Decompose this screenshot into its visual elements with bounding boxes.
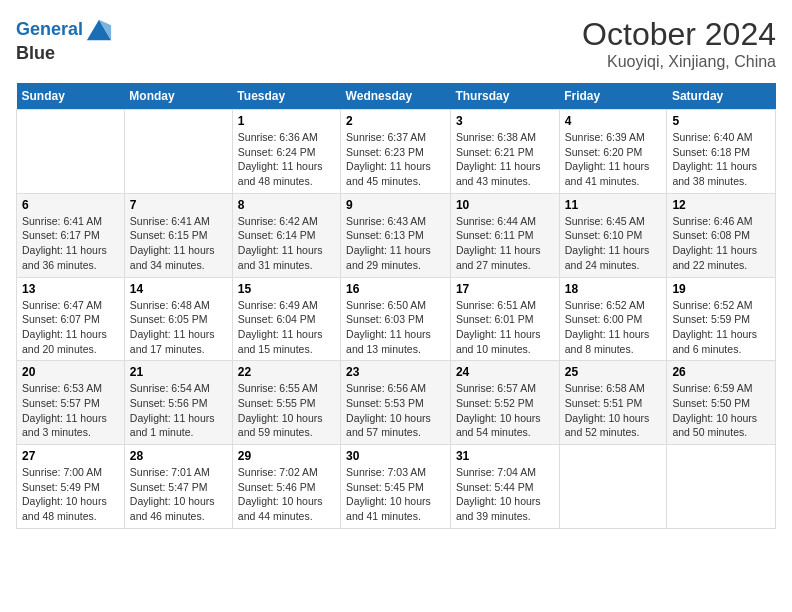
calendar-subtitle: Kuoyiqi, Xinjiang, China (582, 53, 776, 71)
day-number: 27 (22, 449, 119, 463)
calendar-day-cell (17, 110, 125, 194)
calendar-day-cell (559, 445, 667, 529)
header-thursday: Thursday (450, 83, 559, 110)
day-number: 16 (346, 282, 445, 296)
day-info: Sunrise: 6:39 AMSunset: 6:20 PMDaylight:… (565, 131, 650, 187)
logo-icon (85, 16, 113, 44)
day-info: Sunrise: 6:50 AMSunset: 6:03 PMDaylight:… (346, 299, 431, 355)
calendar-day-cell: 1 Sunrise: 6:36 AMSunset: 6:24 PMDayligh… (232, 110, 340, 194)
calendar-day-cell: 18 Sunrise: 6:52 AMSunset: 6:00 PMDaylig… (559, 277, 667, 361)
calendar-week-row: 13 Sunrise: 6:47 AMSunset: 6:07 PMDaylig… (17, 277, 776, 361)
day-info: Sunrise: 7:01 AMSunset: 5:47 PMDaylight:… (130, 466, 215, 522)
calendar-title: October 2024 (582, 16, 776, 53)
calendar-day-cell: 27 Sunrise: 7:00 AMSunset: 5:49 PMDaylig… (17, 445, 125, 529)
calendar-day-cell: 17 Sunrise: 6:51 AMSunset: 6:01 PMDaylig… (450, 277, 559, 361)
calendar-day-cell: 8 Sunrise: 6:42 AMSunset: 6:14 PMDayligh… (232, 193, 340, 277)
calendar-day-cell: 11 Sunrise: 6:45 AMSunset: 6:10 PMDaylig… (559, 193, 667, 277)
day-number: 1 (238, 114, 335, 128)
calendar-day-cell: 30 Sunrise: 7:03 AMSunset: 5:45 PMDaylig… (341, 445, 451, 529)
day-info: Sunrise: 6:57 AMSunset: 5:52 PMDaylight:… (456, 382, 541, 438)
day-number: 29 (238, 449, 335, 463)
calendar-day-cell: 12 Sunrise: 6:46 AMSunset: 6:08 PMDaylig… (667, 193, 776, 277)
day-number: 14 (130, 282, 227, 296)
day-info: Sunrise: 6:49 AMSunset: 6:04 PMDaylight:… (238, 299, 323, 355)
calendar-day-cell: 4 Sunrise: 6:39 AMSunset: 6:20 PMDayligh… (559, 110, 667, 194)
day-info: Sunrise: 6:52 AMSunset: 5:59 PMDaylight:… (672, 299, 757, 355)
day-info: Sunrise: 6:41 AMSunset: 6:15 PMDaylight:… (130, 215, 215, 271)
calendar-day-cell: 15 Sunrise: 6:49 AMSunset: 6:04 PMDaylig… (232, 277, 340, 361)
calendar-day-cell: 3 Sunrise: 6:38 AMSunset: 6:21 PMDayligh… (450, 110, 559, 194)
logo-text: General Blue (16, 16, 113, 64)
day-info: Sunrise: 6:43 AMSunset: 6:13 PMDaylight:… (346, 215, 431, 271)
day-info: Sunrise: 6:38 AMSunset: 6:21 PMDaylight:… (456, 131, 541, 187)
day-number: 8 (238, 198, 335, 212)
calendar-day-cell: 10 Sunrise: 6:44 AMSunset: 6:11 PMDaylig… (450, 193, 559, 277)
day-info: Sunrise: 6:46 AMSunset: 6:08 PMDaylight:… (672, 215, 757, 271)
day-number: 19 (672, 282, 770, 296)
calendar-week-row: 1 Sunrise: 6:36 AMSunset: 6:24 PMDayligh… (17, 110, 776, 194)
calendar-table: Sunday Monday Tuesday Wednesday Thursday… (16, 83, 776, 529)
day-info: Sunrise: 6:44 AMSunset: 6:11 PMDaylight:… (456, 215, 541, 271)
calendar-day-cell: 7 Sunrise: 6:41 AMSunset: 6:15 PMDayligh… (124, 193, 232, 277)
day-number: 18 (565, 282, 662, 296)
day-number: 31 (456, 449, 554, 463)
day-number: 15 (238, 282, 335, 296)
day-info: Sunrise: 6:47 AMSunset: 6:07 PMDaylight:… (22, 299, 107, 355)
day-info: Sunrise: 6:58 AMSunset: 5:51 PMDaylight:… (565, 382, 650, 438)
calendar-header-row: Sunday Monday Tuesday Wednesday Thursday… (17, 83, 776, 110)
day-info: Sunrise: 6:36 AMSunset: 6:24 PMDaylight:… (238, 131, 323, 187)
day-number: 26 (672, 365, 770, 379)
day-number: 12 (672, 198, 770, 212)
day-info: Sunrise: 6:41 AMSunset: 6:17 PMDaylight:… (22, 215, 107, 271)
day-info: Sunrise: 7:03 AMSunset: 5:45 PMDaylight:… (346, 466, 431, 522)
page-header: General Blue October 2024 Kuoyiqi, Xinji… (16, 16, 776, 71)
calendar-day-cell: 22 Sunrise: 6:55 AMSunset: 5:55 PMDaylig… (232, 361, 340, 445)
calendar-week-row: 20 Sunrise: 6:53 AMSunset: 5:57 PMDaylig… (17, 361, 776, 445)
day-info: Sunrise: 6:55 AMSunset: 5:55 PMDaylight:… (238, 382, 323, 438)
day-number: 9 (346, 198, 445, 212)
calendar-day-cell: 25 Sunrise: 6:58 AMSunset: 5:51 PMDaylig… (559, 361, 667, 445)
calendar-day-cell: 23 Sunrise: 6:56 AMSunset: 5:53 PMDaylig… (341, 361, 451, 445)
header-friday: Friday (559, 83, 667, 110)
day-number: 21 (130, 365, 227, 379)
calendar-day-cell: 16 Sunrise: 6:50 AMSunset: 6:03 PMDaylig… (341, 277, 451, 361)
day-number: 25 (565, 365, 662, 379)
day-number: 24 (456, 365, 554, 379)
calendar-day-cell: 19 Sunrise: 6:52 AMSunset: 5:59 PMDaylig… (667, 277, 776, 361)
calendar-day-cell (124, 110, 232, 194)
header-tuesday: Tuesday (232, 83, 340, 110)
calendar-day-cell: 6 Sunrise: 6:41 AMSunset: 6:17 PMDayligh… (17, 193, 125, 277)
calendar-day-cell: 21 Sunrise: 6:54 AMSunset: 5:56 PMDaylig… (124, 361, 232, 445)
day-info: Sunrise: 7:04 AMSunset: 5:44 PMDaylight:… (456, 466, 541, 522)
day-number: 20 (22, 365, 119, 379)
day-info: Sunrise: 6:52 AMSunset: 6:00 PMDaylight:… (565, 299, 650, 355)
calendar-day-cell (667, 445, 776, 529)
day-number: 4 (565, 114, 662, 128)
day-number: 10 (456, 198, 554, 212)
day-info: Sunrise: 6:45 AMSunset: 6:10 PMDaylight:… (565, 215, 650, 271)
day-number: 30 (346, 449, 445, 463)
day-info: Sunrise: 6:48 AMSunset: 6:05 PMDaylight:… (130, 299, 215, 355)
calendar-day-cell: 14 Sunrise: 6:48 AMSunset: 6:05 PMDaylig… (124, 277, 232, 361)
calendar-day-cell: 20 Sunrise: 6:53 AMSunset: 5:57 PMDaylig… (17, 361, 125, 445)
logo: General Blue (16, 16, 113, 64)
calendar-day-cell: 2 Sunrise: 6:37 AMSunset: 6:23 PMDayligh… (341, 110, 451, 194)
calendar-day-cell: 9 Sunrise: 6:43 AMSunset: 6:13 PMDayligh… (341, 193, 451, 277)
day-info: Sunrise: 7:02 AMSunset: 5:46 PMDaylight:… (238, 466, 323, 522)
day-info: Sunrise: 6:54 AMSunset: 5:56 PMDaylight:… (130, 382, 215, 438)
day-number: 13 (22, 282, 119, 296)
header-monday: Monday (124, 83, 232, 110)
day-info: Sunrise: 6:37 AMSunset: 6:23 PMDaylight:… (346, 131, 431, 187)
calendar-week-row: 6 Sunrise: 6:41 AMSunset: 6:17 PMDayligh… (17, 193, 776, 277)
day-number: 7 (130, 198, 227, 212)
header-sunday: Sunday (17, 83, 125, 110)
day-info: Sunrise: 6:53 AMSunset: 5:57 PMDaylight:… (22, 382, 107, 438)
calendar-day-cell: 28 Sunrise: 7:01 AMSunset: 5:47 PMDaylig… (124, 445, 232, 529)
day-number: 23 (346, 365, 445, 379)
day-number: 2 (346, 114, 445, 128)
day-number: 28 (130, 449, 227, 463)
day-number: 17 (456, 282, 554, 296)
calendar-day-cell: 13 Sunrise: 6:47 AMSunset: 6:07 PMDaylig… (17, 277, 125, 361)
day-info: Sunrise: 6:40 AMSunset: 6:18 PMDaylight:… (672, 131, 757, 187)
title-block: October 2024 Kuoyiqi, Xinjiang, China (582, 16, 776, 71)
